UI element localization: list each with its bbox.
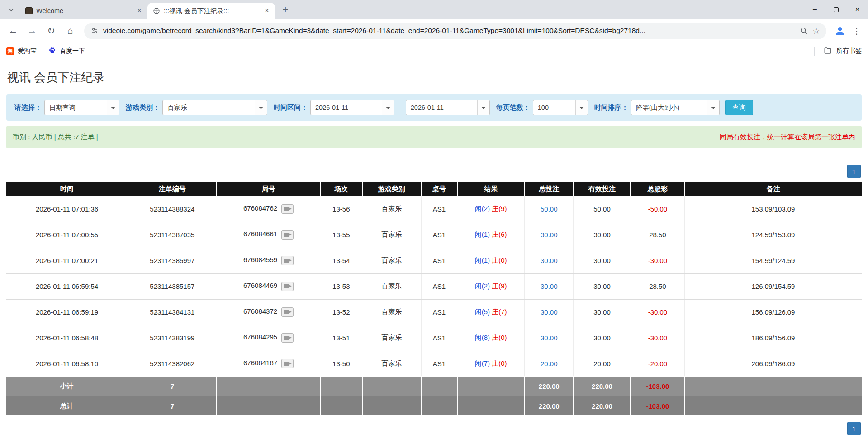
cell-round-no: 676084469: [217, 273, 320, 299]
col-header-payout: 总派彩: [631, 182, 684, 196]
page-1-button[interactable]: 1: [847, 165, 861, 178]
tab-title: Welcome: [36, 7, 131, 14]
round-no-text: 676084661: [243, 230, 277, 238]
cell-valid-bet: 30.00: [574, 325, 631, 351]
url-text[interactable]: videoie.com/game/betrecord_search/kind3?…: [103, 27, 795, 35]
query-type-dropdown[interactable]: 日期查询: [44, 100, 119, 115]
cell-time: 2026-01-11 06:59:54: [6, 273, 128, 299]
forward-button[interactable]: →: [24, 22, 41, 39]
cell-round-no: 676084187: [217, 351, 320, 377]
browser-toolbar: ← → ↻ ⌂ videoie.com/game/betrecord_searc…: [0, 19, 868, 42]
subtotal-count: 7: [128, 377, 217, 396]
page-content: 视讯 会员下注纪录 请选择： 日期查询 游戏类别： 百家乐 时间区间： 2026…: [0, 60, 868, 435]
video-replay-icon[interactable]: [281, 230, 294, 240]
search-button[interactable]: 查询: [725, 100, 753, 115]
tab-close-icon[interactable]: ×: [262, 6, 271, 15]
video-replay-icon[interactable]: [281, 333, 294, 343]
empty-cell: [457, 377, 525, 396]
site-info-icon[interactable]: [90, 27, 99, 35]
maximize-button[interactable]: [825, 0, 847, 19]
tab-welcome[interactable]: Welcome ×: [20, 3, 147, 19]
cell-time: 2026-01-11 06:58:10: [6, 351, 128, 377]
page-title: 视讯 会员下注纪录: [7, 70, 862, 85]
tab-search-button[interactable]: [5, 3, 18, 17]
refresh-button[interactable]: ↻: [43, 22, 60, 39]
cell-payout: 28.50: [631, 222, 684, 248]
per-page-dropdown[interactable]: 100: [533, 100, 588, 115]
date-end-dropdown[interactable]: 2026-01-11: [406, 100, 490, 115]
cell-total-bet: 30.00: [525, 248, 574, 273]
page-1-button[interactable]: 1: [847, 422, 861, 435]
result-banker: 庄(0): [492, 334, 507, 341]
chevron-down-icon[interactable]: [382, 100, 394, 115]
address-bar[interactable]: videoie.com/game/betrecord_search/kind3?…: [84, 23, 826, 39]
minimize-button[interactable]: –: [804, 0, 825, 19]
bookmark-baidu[interactable]: 百度一下: [48, 47, 85, 56]
video-replay-icon[interactable]: [281, 282, 294, 291]
chevron-down-icon[interactable]: [575, 100, 588, 115]
grand-total-total-bet: 220.00: [525, 396, 574, 415]
empty-cell: [362, 377, 421, 396]
sort-value: 降幂(由大到小): [631, 104, 707, 112]
chevron-down-icon[interactable]: [477, 100, 489, 115]
cell-payout: -20.00: [631, 351, 684, 377]
chevron-down-icon[interactable]: [255, 100, 267, 115]
all-bookmarks[interactable]: 所有书签: [814, 47, 862, 56]
video-replay-icon[interactable]: [281, 359, 294, 368]
bookmark-label: 百度一下: [60, 47, 85, 55]
subtotal-row: 小计 7 220.00 220.00 -103.00: [6, 377, 862, 396]
home-button[interactable]: ⌂: [62, 22, 79, 39]
back-button[interactable]: ←: [5, 22, 22, 39]
summary-notice-text: 同局有效投注，统一计算在该局第一张注单内: [720, 133, 855, 141]
close-button[interactable]: ×: [847, 0, 868, 19]
bet-record-table: 时间 注单编号 局号 场次 游戏类别 桌号 结果 总投注 有效投注 总派彩 备注…: [6, 182, 862, 415]
bookmark-star-icon[interactable]: ☆: [812, 26, 820, 36]
all-bookmarks-label: 所有书签: [836, 47, 862, 55]
chevron-down-icon[interactable]: [107, 100, 119, 115]
baidu-paw-icon: [48, 47, 56, 56]
cell-game: 百家乐: [362, 351, 421, 377]
chevron-down-icon[interactable]: [707, 100, 719, 115]
cell-remark: 153.09/103.09: [684, 196, 862, 222]
result-player: 闲(8): [475, 334, 490, 341]
grand-total-count: 7: [128, 396, 217, 415]
grand-total-payout: -103.00: [631, 396, 684, 415]
empty-cell: [684, 396, 862, 415]
bookmark-label: 爱淘宝: [18, 47, 37, 55]
cell-table-no: AS1: [421, 351, 457, 377]
zoom-icon[interactable]: [800, 27, 808, 35]
tab-close-icon[interactable]: ×: [135, 6, 144, 15]
tab-betrecord[interactable]: :::视讯 会员下注纪录::: ×: [147, 3, 275, 19]
bookmark-aitaobao[interactable]: 淘 爱淘宝: [6, 47, 37, 55]
cell-bet-no: 523114387035: [128, 222, 217, 248]
video-replay-icon[interactable]: [281, 307, 294, 317]
bet-table-body: 2026-01-11 07:01:36523114388324676084762…: [6, 196, 862, 377]
globe-icon: [153, 7, 160, 14]
video-replay-icon[interactable]: [281, 204, 294, 214]
bet-row: 2026-01-11 06:58:10523114382062676084187…: [6, 351, 862, 377]
result-player: 闲(7): [475, 359, 490, 367]
browser-menu-icon[interactable]: ⋮: [850, 26, 863, 36]
col-header-remark: 备注: [684, 182, 862, 196]
sort-dropdown[interactable]: 降幂(由大到小): [631, 100, 720, 115]
cell-result: 闲(2) 庄(9): [457, 273, 525, 299]
empty-cell: [421, 396, 457, 415]
grand-total-row: 总计 7 220.00 220.00 -103.00: [6, 396, 862, 415]
pagination-bottom: 1: [6, 422, 861, 435]
empty-cell: [320, 396, 362, 415]
cell-round-no: 676084661: [217, 222, 320, 248]
cell-bet-no: 523114385997: [128, 248, 217, 273]
cell-result: 闲(1) 庄(6): [457, 222, 525, 248]
profile-avatar[interactable]: [832, 23, 848, 39]
cell-payout: -30.00: [631, 325, 684, 351]
video-replay-icon[interactable]: [281, 256, 294, 265]
empty-cell: [217, 377, 320, 396]
game-type-dropdown[interactable]: 百家乐: [162, 100, 267, 115]
col-header-bet-no: 注单编号: [128, 182, 217, 196]
date-start-dropdown[interactable]: 2026-01-11: [310, 100, 394, 115]
cell-game: 百家乐: [362, 325, 421, 351]
result-banker: 庄(6): [492, 231, 507, 238]
cell-result: 闲(5) 庄(7): [457, 299, 525, 325]
new-tab-button[interactable]: +: [279, 3, 292, 17]
cell-total-bet: 30.00: [525, 273, 574, 299]
